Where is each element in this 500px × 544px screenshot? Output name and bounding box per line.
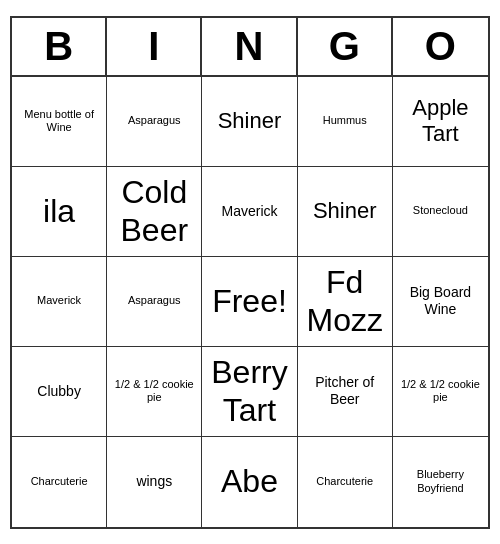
cell-r4-c4: Blueberry Boyfriend xyxy=(393,437,488,527)
cell-text-r3-c0: Clubby xyxy=(37,383,81,400)
header-letter-n: N xyxy=(202,18,297,75)
cell-text-r2-c1: Asparagus xyxy=(128,294,181,307)
cell-r2-c1: Asparagus xyxy=(107,257,202,347)
header-letter-b: B xyxy=(12,18,107,75)
cell-r1-c4: Stonecloud xyxy=(393,167,488,257)
cell-r1-c1: Cold Beer xyxy=(107,167,202,257)
cell-text-r1-c2: Maverick xyxy=(221,203,277,220)
bingo-header: BINGO xyxy=(12,18,488,77)
cell-r0-c0: Menu bottle of Wine xyxy=(12,77,107,167)
cell-text-r4-c1: wings xyxy=(136,473,172,490)
cell-text-r0-c1: Asparagus xyxy=(128,114,181,127)
cell-r2-c4: Big Board Wine xyxy=(393,257,488,347)
cell-r1-c3: Shiner xyxy=(298,167,393,257)
cell-text-r2-c3: Fd Mozz xyxy=(302,263,388,340)
cell-text-r1-c3: Shiner xyxy=(313,198,377,224)
cell-r2-c0: Maverick xyxy=(12,257,107,347)
bingo-card: BINGO Menu bottle of WineAsparagusShiner… xyxy=(10,16,490,529)
cell-text-r4-c3: Charcuterie xyxy=(316,475,373,488)
cell-text-r0-c0: Menu bottle of Wine xyxy=(16,108,102,134)
cell-r4-c0: Charcuterie xyxy=(12,437,107,527)
cell-text-r3-c1: 1/2 & 1/2 cookie pie xyxy=(111,378,197,404)
cell-r3-c2: Berry Tart xyxy=(202,347,297,437)
cell-r4-c2: Abe xyxy=(202,437,297,527)
cell-text-r2-c2: Free! xyxy=(212,282,287,320)
cell-text-r0-c3: Hummus xyxy=(323,114,367,127)
cell-text-r3-c2: Berry Tart xyxy=(206,353,292,430)
cell-text-r2-c4: Big Board Wine xyxy=(397,284,484,318)
header-letter-i: I xyxy=(107,18,202,75)
cell-text-r3-c4: 1/2 & 1/2 cookie pie xyxy=(397,378,484,404)
cell-text-r3-c3: Pitcher of Beer xyxy=(302,374,388,408)
header-letter-g: G xyxy=(298,18,393,75)
cell-r4-c3: Charcuterie xyxy=(298,437,393,527)
cell-r4-c1: wings xyxy=(107,437,202,527)
cell-text-r2-c0: Maverick xyxy=(37,294,81,307)
cell-r0-c2: Shiner xyxy=(202,77,297,167)
cell-r1-c0: ila xyxy=(12,167,107,257)
cell-r3-c4: 1/2 & 1/2 cookie pie xyxy=(393,347,488,437)
cell-text-r1-c4: Stonecloud xyxy=(413,204,468,217)
cell-text-r1-c0: ila xyxy=(43,192,75,230)
cell-text-r4-c2: Abe xyxy=(221,462,278,500)
cell-text-r0-c2: Shiner xyxy=(218,108,282,134)
cell-r1-c2: Maverick xyxy=(202,167,297,257)
cell-text-r4-c0: Charcuterie xyxy=(31,475,88,488)
bingo-grid: Menu bottle of WineAsparagusShinerHummus… xyxy=(12,77,488,527)
cell-r3-c3: Pitcher of Beer xyxy=(298,347,393,437)
header-letter-o: O xyxy=(393,18,488,75)
cell-text-r1-c1: Cold Beer xyxy=(111,173,197,250)
cell-r2-c3: Fd Mozz xyxy=(298,257,393,347)
cell-r0-c4: Apple Tart xyxy=(393,77,488,167)
cell-r0-c1: Asparagus xyxy=(107,77,202,167)
cell-text-r4-c4: Blueberry Boyfriend xyxy=(397,468,484,494)
cell-r0-c3: Hummus xyxy=(298,77,393,167)
cell-text-r0-c4: Apple Tart xyxy=(397,95,484,148)
cell-r2-c2: Free! xyxy=(202,257,297,347)
cell-r3-c1: 1/2 & 1/2 cookie pie xyxy=(107,347,202,437)
cell-r3-c0: Clubby xyxy=(12,347,107,437)
